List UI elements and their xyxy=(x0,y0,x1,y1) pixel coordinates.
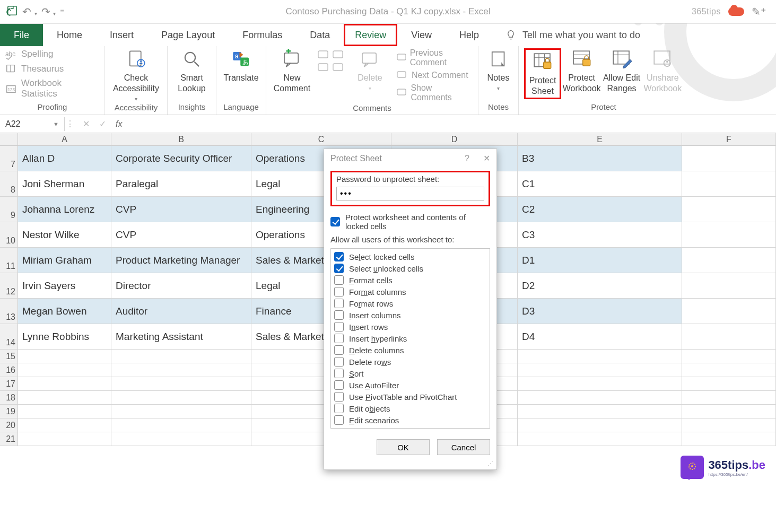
cell[interactable] xyxy=(111,363,251,377)
tab-home[interactable]: Home xyxy=(43,24,96,46)
fx-icon[interactable]: fx xyxy=(116,119,122,129)
cell[interactable] xyxy=(18,405,111,418)
cell[interactable]: C1 xyxy=(518,171,682,197)
permission-checkbox[interactable] xyxy=(334,334,344,343)
tab-page-layout[interactable]: Page Layout xyxy=(147,24,229,46)
permission-item[interactable]: Use AutoFilter xyxy=(334,379,486,391)
select-all-corner[interactable] xyxy=(0,133,18,146)
cell[interactable] xyxy=(682,324,776,350)
cell[interactable] xyxy=(518,405,682,418)
permission-item[interactable]: Select locked cells xyxy=(334,251,486,263)
cell[interactable] xyxy=(682,222,776,248)
permission-checkbox[interactable] xyxy=(334,369,344,378)
cell[interactable]: Megan Bowen xyxy=(18,299,111,324)
show-comments-button[interactable]: Show Comments xyxy=(395,83,473,102)
tab-view[interactable]: View xyxy=(397,24,446,46)
pen-icon[interactable]: ✎⁺ xyxy=(752,5,766,18)
notes-button[interactable]: Notes ▾ xyxy=(484,48,513,91)
row-header[interactable]: 16 xyxy=(0,363,18,377)
protect-sheet-button[interactable]: Protect Sheet xyxy=(527,51,559,97)
tab-data[interactable]: Data xyxy=(296,24,344,46)
permission-item[interactable]: Format columns xyxy=(334,286,486,298)
smart-lookup-button[interactable]: Smart Lookup xyxy=(173,48,211,94)
permission-checkbox[interactable] xyxy=(334,380,344,390)
cell[interactable] xyxy=(18,391,111,405)
cell[interactable]: C2 xyxy=(518,197,682,222)
cell[interactable] xyxy=(518,432,682,446)
permission-item[interactable]: Insert hyperlinks xyxy=(334,333,486,344)
permission-checkbox[interactable] xyxy=(334,264,344,273)
check-accessibility-button[interactable]: Check Accessibility ▾ xyxy=(112,48,160,102)
cell[interactable]: D1 xyxy=(518,248,682,273)
permission-checkbox[interactable] xyxy=(334,287,344,296)
cell[interactable] xyxy=(111,391,251,405)
cell[interactable] xyxy=(518,377,682,391)
permission-checkbox[interactable] xyxy=(334,404,344,413)
permission-item[interactable]: Format cells xyxy=(334,274,486,286)
cell[interactable]: Corporate Security Officer xyxy=(111,146,251,171)
cell[interactable]: Auditor xyxy=(111,299,251,324)
cell[interactable] xyxy=(518,350,682,363)
next-comment-button[interactable]: Next Comment xyxy=(395,71,473,80)
new-comment-button[interactable]: New Comment xyxy=(272,48,312,94)
accept-formula-button[interactable]: ✓ xyxy=(99,119,106,129)
cell[interactable] xyxy=(518,391,682,405)
row-header[interactable]: 17 xyxy=(0,377,18,391)
cell[interactable] xyxy=(18,350,111,363)
thesaurus-button[interactable]: Thesaurus xyxy=(5,63,99,75)
permission-checkbox[interactable] xyxy=(334,310,344,320)
unshare-workbook-button[interactable]: Unshare Workbook xyxy=(642,48,683,94)
cancel-button[interactable]: Cancel xyxy=(437,439,490,455)
cell[interactable] xyxy=(111,418,251,432)
protect-workbook-button[interactable]: Protect Workbook xyxy=(562,48,601,94)
cell[interactable] xyxy=(18,377,111,391)
spelling-button[interactable]: abc Spelling xyxy=(5,48,99,60)
cell[interactable]: Irvin Sayers xyxy=(18,273,111,299)
cell[interactable] xyxy=(682,197,776,222)
name-box[interactable]: A22 ▼ xyxy=(0,117,65,131)
cell[interactable]: Johanna Lorenz xyxy=(18,197,111,222)
cell[interactable]: Joni Sherman xyxy=(18,171,111,197)
qat-customize[interactable]: ⁼ xyxy=(60,7,64,17)
cell[interactable] xyxy=(682,418,776,432)
cell[interactable]: D3 xyxy=(518,299,682,324)
cell[interactable] xyxy=(682,405,776,418)
row-header[interactable]: 18 xyxy=(0,391,18,405)
row-header[interactable]: 14 xyxy=(0,324,18,350)
cell[interactable]: Nestor Wilke xyxy=(18,222,111,248)
cell[interactable] xyxy=(682,146,776,171)
protect-contents-checkbox[interactable] xyxy=(330,217,340,226)
permission-item[interactable]: Use PivotTable and PivotChart xyxy=(334,391,486,403)
row-header[interactable]: 12 xyxy=(0,273,18,299)
tab-formulas[interactable]: Formulas xyxy=(229,24,296,46)
permission-item[interactable]: Insert columns xyxy=(334,309,486,321)
permission-item[interactable]: Edit scenarios xyxy=(334,414,486,426)
permission-item[interactable]: Delete columns xyxy=(334,344,486,356)
cell[interactable] xyxy=(682,350,776,363)
cell[interactable]: Lynne Robbins xyxy=(18,324,111,350)
col-header-F[interactable]: F xyxy=(682,133,776,146)
cell[interactable]: Director xyxy=(111,273,251,299)
close-button[interactable]: ✕ xyxy=(483,153,490,163)
cell[interactable]: C3 xyxy=(518,222,682,248)
tab-review[interactable]: Review xyxy=(344,24,397,46)
cell[interactable] xyxy=(682,391,776,405)
cell[interactable]: D4 xyxy=(518,324,682,350)
cell[interactable]: Allan D xyxy=(18,146,111,171)
row-header[interactable]: 10 xyxy=(0,222,18,248)
permission-checkbox[interactable] xyxy=(334,275,344,285)
allow-edit-ranges-button[interactable]: Allow Edit Ranges xyxy=(602,48,641,94)
tab-help[interactable]: Help xyxy=(446,24,493,46)
col-header-E[interactable]: E xyxy=(518,133,682,146)
permission-item[interactable]: Insert rows xyxy=(334,321,486,333)
delete-comment-button[interactable]: Delete ▾ xyxy=(350,48,390,91)
resize-grip[interactable]: ⋰ xyxy=(324,460,496,469)
permission-checkbox[interactable] xyxy=(334,357,344,367)
permission-checkbox[interactable] xyxy=(334,299,344,308)
workbook-stats-button[interactable]: 123 Workbook Statistics xyxy=(5,78,99,99)
row-header[interactable]: 19 xyxy=(0,405,18,418)
cell[interactable]: Miriam Graham xyxy=(18,248,111,273)
row-header[interactable]: 20 xyxy=(0,418,18,432)
cell[interactable] xyxy=(682,432,776,446)
cell[interactable] xyxy=(682,171,776,197)
